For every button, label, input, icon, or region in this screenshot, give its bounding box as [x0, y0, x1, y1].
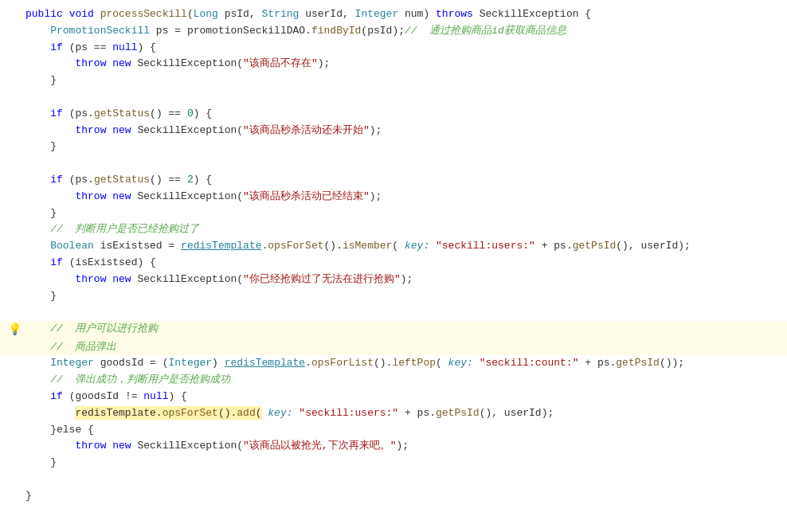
code-content: public void processSeckill(Long psId, St…	[22, 6, 787, 23]
code-line: }	[0, 72, 787, 89]
code-content: throw new SeckillException("你已经抢购过了无法在进行…	[22, 272, 787, 288]
code-content: throw new SeckillException("该商品不存在");	[22, 56, 787, 72]
code-content: }else {	[22, 422, 787, 439]
code-line: throw new SeckillException("该商品秒杀活动已经结束"…	[0, 189, 787, 205]
code-content: redisTemplate.opsForSet().add( key: "sec…	[22, 405, 787, 422]
code-line: PromotionSeckill ps = promotionSeckillDA…	[0, 23, 787, 40]
code-line: throw new SeckillException("你已经抢购过了无法在进行…	[0, 272, 787, 288]
keyword: void	[69, 8, 94, 20]
code-line: throw new SeckillException("该商品不存在");	[0, 56, 787, 72]
code-line: // 判断用户是否已经抢购过了	[0, 221, 787, 238]
code-content	[22, 155, 787, 172]
code-content: }	[22, 72, 787, 89]
code-line-highlighted: // 商品弹出	[0, 339, 787, 356]
code-line: // 弹出成功，判断用户是否抢购成功	[0, 372, 787, 389]
code-line: throw new SeckillException("该商品秒杀活动还未开始"…	[0, 123, 787, 139]
code-content: Integer goodsId = (Integer) redisTemplat…	[22, 355, 787, 372]
code-content: if (ps.getStatus() == 0) {	[22, 106, 787, 123]
code-line: if (ps.getStatus() == 2) {	[0, 172, 787, 189]
code-line-highlighted: 💡 // 用户可以进行抢购	[0, 321, 787, 338]
code-line: Integer goodsId = (Integer) redisTemplat…	[0, 355, 787, 372]
code-line: throw new SeckillException("该商品以被抢光,下次再来…	[0, 438, 787, 455]
code-content: }	[22, 288, 787, 305]
code-line: if (isExistsed) {	[0, 255, 787, 272]
code-content: // 判断用户是否已经抢购过了	[22, 221, 787, 238]
code-content: PromotionSeckill ps = promotionSeckillDA…	[22, 23, 787, 40]
code-content: // 用户可以进行抢购	[22, 321, 787, 338]
code-line: if (ps.getStatus() == 0) {	[0, 106, 787, 123]
code-line: }	[0, 139, 787, 155]
code-line: }	[0, 205, 787, 222]
code-line: }	[0, 288, 787, 305]
code-content: if (isExistsed) {	[22, 255, 787, 272]
code-line: }	[0, 488, 787, 505]
code-content	[22, 471, 787, 488]
code-content: Boolean isExistsed = redisTemplate.opsFo…	[22, 238, 787, 255]
code-line: if (ps == null) {	[0, 40, 787, 57]
code-content	[22, 304, 787, 321]
code-line	[0, 89, 787, 106]
code-content: throw new SeckillException("该商品秒杀活动已经结束"…	[22, 189, 787, 205]
bulb-icon: 💡	[8, 321, 22, 338]
code-content: // 弹出成功，判断用户是否抢购成功	[22, 372, 787, 389]
code-line: }else {	[0, 422, 787, 439]
keyword: public	[25, 8, 63, 20]
code-content: }	[22, 455, 787, 471]
code-content: // 商品弹出	[22, 339, 787, 356]
code-line: redisTemplate.opsForSet().add( key: "sec…	[0, 405, 787, 422]
code-content: }	[22, 205, 787, 222]
code-line: if (goodsId != null) {	[0, 389, 787, 405]
code-content: if (ps.getStatus() == 2) {	[22, 172, 787, 189]
code-line: }	[0, 455, 787, 471]
code-content	[22, 89, 787, 106]
code-content: }	[22, 139, 787, 155]
line-gutter-bulb: 💡	[6, 321, 22, 338]
code-line: Boolean isExistsed = redisTemplate.opsFo…	[0, 238, 787, 255]
code-editor: public void processSeckill(Long psId, St…	[0, 0, 787, 511]
code-content: if (goodsId != null) {	[22, 389, 787, 405]
code-content: throw new SeckillException("该商品以被抢光,下次再来…	[22, 438, 787, 455]
code-line	[0, 155, 787, 172]
code-content: }	[22, 488, 787, 505]
code-content: if (ps == null) {	[22, 40, 787, 57]
code-line: public void processSeckill(Long psId, St…	[0, 6, 787, 23]
code-line	[0, 471, 787, 488]
function-name: processSeckill	[100, 8, 187, 20]
code-line	[0, 304, 787, 321]
code-content: throw new SeckillException("该商品秒杀活动还未开始"…	[22, 123, 787, 139]
